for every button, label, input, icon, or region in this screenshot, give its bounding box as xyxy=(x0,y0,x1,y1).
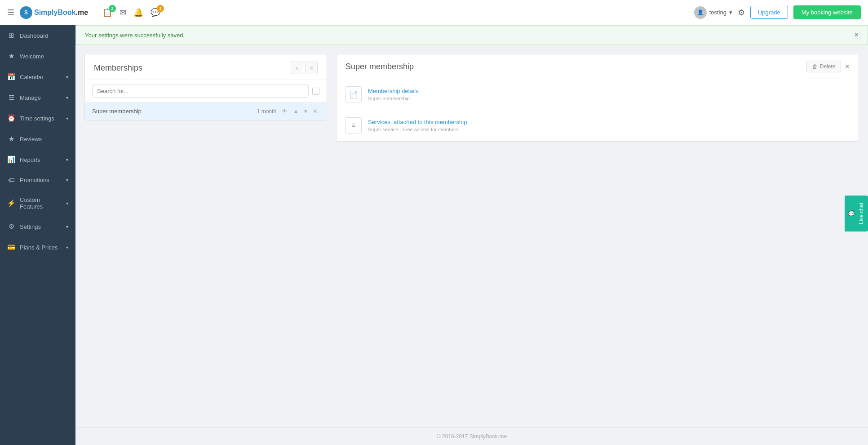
add-membership-button[interactable]: + xyxy=(291,62,303,74)
membership-duration: 1 month xyxy=(249,108,276,115)
trash-icon: 🗑 xyxy=(812,63,818,70)
memberships-panel: Memberships + ≡ Super membership 1 month… xyxy=(84,54,327,121)
chevron-icon: ▾ xyxy=(66,116,68,121)
success-banner: Your settings were successfully saved. × xyxy=(75,25,868,45)
logo-text: SimplyBook.me xyxy=(34,9,88,17)
sidebar-item-label: Plans & Prices xyxy=(20,244,62,251)
upgrade-button[interactable]: Upgrade xyxy=(750,6,788,19)
dashboard-icon: ⊞ xyxy=(7,31,15,40)
content-area: Your settings were successfully saved. ×… xyxy=(75,25,868,445)
sidebar-item-plans-prices[interactable]: 💳 Plans & Prices ▾ xyxy=(0,237,75,258)
delete-label: Delete xyxy=(820,63,836,70)
list-view-button[interactable]: ≡ xyxy=(305,62,318,74)
chat-icon-btn[interactable]: 💬 1 xyxy=(151,8,160,18)
navbar-left: ☰ S SimplyBook.me 📋 2 ✉ 🔔 💬 1 xyxy=(7,6,160,19)
membership-row[interactable]: Super membership 1 month 👁 ▲ ▾ ✕ xyxy=(85,102,327,120)
promotions-icon: 🏷 xyxy=(7,176,15,184)
services-title: Services, attached to this membership xyxy=(368,119,850,125)
welcome-icon: ★ xyxy=(7,52,15,60)
chat-badge: 1 xyxy=(157,5,164,12)
chevron-icon: ▾ xyxy=(66,157,68,162)
plans-prices-icon: 💳 xyxy=(7,243,15,251)
banner-message: Your settings were successfully saved. xyxy=(85,32,185,39)
logo: S SimplyBook.me xyxy=(20,6,88,19)
chevron-icon: ▾ xyxy=(66,75,68,80)
super-membership-panel: Super membership 🗑 Delete × 📄 Membership… xyxy=(336,54,859,142)
messages-badge: 2 xyxy=(109,5,116,12)
navbar-icons: 📋 2 ✉ 🔔 💬 1 xyxy=(102,8,160,18)
user-avatar: 👤 xyxy=(694,6,707,19)
search-input[interactable] xyxy=(92,85,309,98)
up-arrow-icon[interactable]: ▲ xyxy=(291,107,301,116)
sidebar-item-welcome[interactable]: ★ Welcome xyxy=(0,46,75,67)
membership-details-subtitle: Super membership xyxy=(368,96,850,101)
services-text: Services, attached to this membership Su… xyxy=(368,119,850,132)
memberships-panel-header: Memberships + ≡ xyxy=(85,54,327,80)
booking-website-button[interactable]: My booking website xyxy=(793,5,861,19)
visibility-icon[interactable]: 👁 xyxy=(280,107,289,116)
live-chat-button[interactable]: 💬 Live chat xyxy=(845,196,868,231)
sidebar-item-reviews[interactable]: ★ Reviews xyxy=(0,129,75,149)
sidebar-item-manage[interactable]: ☰ Manage ▾ xyxy=(0,87,75,108)
hamburger-icon[interactable]: ☰ xyxy=(7,8,14,18)
sidebar-item-label: Dashboard xyxy=(20,32,68,39)
chevron-icon: ▾ xyxy=(66,178,68,182)
chevron-icon: ▾ xyxy=(66,201,68,206)
sidebar-item-reports[interactable]: 📊 Reports ▾ xyxy=(0,149,75,170)
chevron-icon: ▾ xyxy=(66,95,68,100)
footer-text: © 2016-2017 SimplyBook.me xyxy=(437,433,507,440)
panels-container: Memberships + ≡ Super membership 1 month… xyxy=(75,45,868,427)
gear-button[interactable]: ⚙ xyxy=(738,8,745,18)
logo-suffix: .me xyxy=(75,9,88,16)
search-row xyxy=(85,80,327,102)
footer: © 2016-2017 SimplyBook.me xyxy=(75,427,868,445)
membership-name: Super membership xyxy=(92,108,246,115)
sidebar-item-label: Manage xyxy=(20,94,62,101)
messages-icon-btn[interactable]: 📋 2 xyxy=(102,8,112,18)
panel-header-actions: + ≡ xyxy=(291,62,318,74)
super-panel-header: Super membership 🗑 Delete × xyxy=(337,54,859,79)
super-panel-actions: 🗑 Delete × xyxy=(806,61,850,72)
navbar: ☰ S SimplyBook.me 📋 2 ✉ 🔔 💬 1 👤 testing … xyxy=(0,0,868,25)
user-menu-arrow: ▾ xyxy=(729,9,732,16)
sidebar-item-custom-features[interactable]: ⚡ Custom Features ▾ xyxy=(0,190,75,216)
sidebar-item-label: Promotions xyxy=(20,177,62,183)
membership-details-text: Membership details Super membership xyxy=(368,88,850,101)
sidebar-item-dashboard[interactable]: ⊞ Dashboard xyxy=(0,25,75,46)
notifications-icon-btn[interactable]: 🔔 xyxy=(133,8,143,18)
sidebar-item-calendar[interactable]: 📅 Calendar ▾ xyxy=(0,67,75,87)
sidebar-item-time-settings[interactable]: ⏰ Time settings ▾ xyxy=(0,108,75,129)
sidebar-item-label: Calendar xyxy=(20,74,62,80)
super-panel-title: Super membership xyxy=(345,62,414,71)
user-menu[interactable]: 👤 testing ▾ xyxy=(694,6,732,19)
live-chat-label: Live chat xyxy=(858,203,864,224)
sidebar-item-label: Reports xyxy=(20,156,62,163)
services-icon: ≡ xyxy=(345,117,362,134)
membership-details-item[interactable]: 📄 Membership details Super membership xyxy=(337,79,859,110)
delete-row-icon[interactable]: ✕ xyxy=(311,107,319,116)
sidebar-item-label: Settings xyxy=(20,223,62,230)
row-actions: 👁 ▲ ▾ ✕ xyxy=(280,107,319,116)
sidebar-item-settings[interactable]: ⚙ Settings ▾ xyxy=(0,216,75,237)
delete-button[interactable]: 🗑 Delete xyxy=(806,61,841,72)
sidebar-item-label: Welcome xyxy=(20,53,68,60)
chevron-icon: ▾ xyxy=(66,224,68,229)
down-arrow-icon[interactable]: ▾ xyxy=(302,107,309,116)
banner-close-button[interactable]: × xyxy=(855,31,859,39)
reports-icon: 📊 xyxy=(7,156,15,164)
main-layout: ⊞ Dashboard ★ Welcome 📅 Calendar ▾ ☰ Man… xyxy=(0,25,868,445)
reviews-icon: ★ xyxy=(7,135,15,143)
membership-details-title: Membership details xyxy=(368,88,850,94)
time-settings-icon: ⏰ xyxy=(7,114,15,122)
close-super-panel-button[interactable]: × xyxy=(845,62,850,71)
live-chat-icon: 💬 xyxy=(848,210,855,217)
sidebar-item-promotions[interactable]: 🏷 Promotions ▾ xyxy=(0,170,75,190)
select-all-checkbox[interactable] xyxy=(312,88,319,95)
settings-icon: ⚙ xyxy=(7,222,15,231)
sidebar-item-label: Custom Features xyxy=(20,196,62,210)
services-item[interactable]: ≡ Services, attached to this membership … xyxy=(337,110,859,141)
email-icon-btn[interactable]: ✉ xyxy=(120,8,126,18)
navbar-right: 👤 testing ▾ ⚙ Upgrade My booking website xyxy=(694,5,861,19)
membership-details-icon: 📄 xyxy=(345,86,362,102)
services-subtitle: Super service - Free access for members xyxy=(368,127,850,132)
